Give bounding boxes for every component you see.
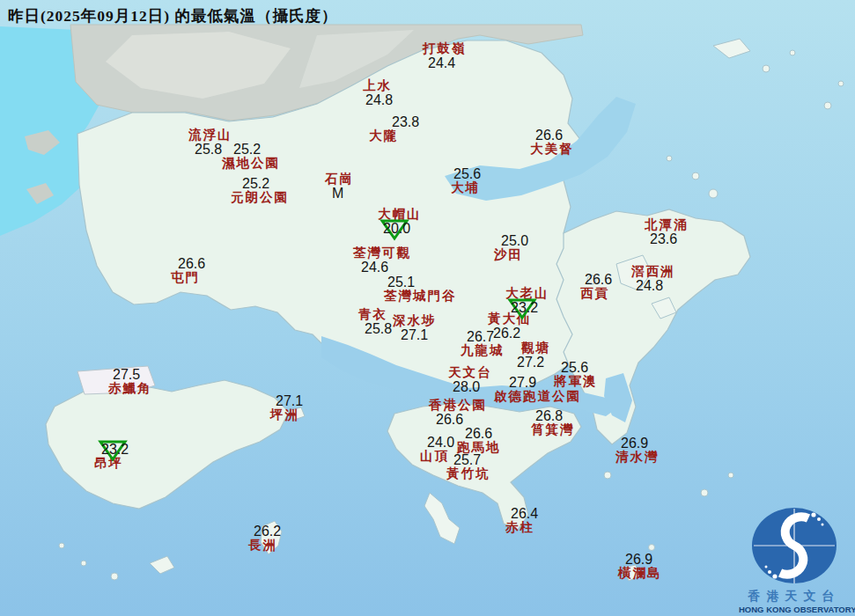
station-name: 滘西洲 xyxy=(631,265,675,279)
station-value: M xyxy=(332,187,354,201)
station-name: 上水 xyxy=(363,79,393,93)
station-name: 筲箕灣 xyxy=(531,423,575,437)
station-name: 西貢 xyxy=(580,287,612,301)
station-label: 打鼓嶺24.4 xyxy=(423,42,467,70)
station-value: 25.1 xyxy=(387,275,457,290)
weather-map: 昨日(2025年09月12日) 的最低氣溫（攝氏度） 打鼓嶺24.4上水24.8… xyxy=(0,0,855,616)
station-name: 石崗 xyxy=(325,172,354,187)
station-value: 26.9 xyxy=(621,436,660,451)
station-label: 26.6屯門 xyxy=(171,257,205,285)
station-name: 觀塘 xyxy=(521,341,550,356)
station-value: 23.2 xyxy=(511,301,549,315)
hko-logo-text-en: HONG KONG OBSERVATORY xyxy=(739,605,850,614)
station-label: 香港公園26.6 xyxy=(429,399,487,427)
station-value: 26.6 xyxy=(178,257,205,271)
station-label: 深水埗27.1 xyxy=(393,314,437,342)
station-name: 啟德跑道公園 xyxy=(494,390,581,404)
station-value: 24.4 xyxy=(428,56,467,70)
map-title: 昨日(2025年09月12日) 的最低氣溫（攝氏度） xyxy=(8,5,338,26)
station-label: 26.4赤柱 xyxy=(505,507,538,535)
station-label: 26.2長洲 xyxy=(248,524,281,553)
station-value: 25.0 xyxy=(501,234,528,248)
station-value: 27.1 xyxy=(276,394,303,408)
station-value: 26.6 xyxy=(465,427,501,441)
station-label: 23.2昂坪 xyxy=(94,443,129,471)
station-label: 北潭涌23.6 xyxy=(645,218,689,246)
station-label: 25.7黃竹坑 xyxy=(446,453,490,481)
station-value: 24.8 xyxy=(636,279,675,293)
station-value: 27.9 xyxy=(509,376,581,390)
station-label: 23.8大隴 xyxy=(369,115,419,143)
station-label: 26.8筲箕灣 xyxy=(531,409,575,437)
station-label: 石崗M xyxy=(325,172,354,201)
station-label: 青衣25.8 xyxy=(358,308,392,336)
station-name: 沙田 xyxy=(494,248,528,262)
station-value: 26.6 xyxy=(436,413,487,427)
station-name: 坪洲 xyxy=(270,408,303,422)
station-value: 25.7 xyxy=(453,453,490,467)
station-value: 25.8 xyxy=(365,322,392,336)
station-value: 27.2 xyxy=(517,356,550,370)
station-label: 26.6大美督 xyxy=(530,128,574,157)
stations-layer: 打鼓嶺24.4上水24.823.8大隴流浮山25.825.2濕地公園25.2元朗… xyxy=(0,0,855,616)
station-name: 天文台 xyxy=(448,366,492,380)
station-value: 26.9 xyxy=(625,553,662,567)
station-value: 23.8 xyxy=(392,115,419,129)
station-name: 元朗公園 xyxy=(231,191,289,205)
station-name: 大埔 xyxy=(451,181,481,195)
station-label: 25.0沙田 xyxy=(494,234,528,262)
station-value: 28.0 xyxy=(453,380,492,394)
station-value: 25.2 xyxy=(242,177,289,191)
station-name: 橫瀾島 xyxy=(618,567,662,581)
station-name: 打鼓嶺 xyxy=(423,42,467,56)
station-name: 荃灣可觀 xyxy=(353,246,411,260)
station-value: 23.2 xyxy=(101,443,129,457)
station-value: 25.6 xyxy=(561,361,598,375)
station-name: 九龍城 xyxy=(461,344,505,358)
station-value: 26.8 xyxy=(535,409,575,423)
station-name: 北潭涌 xyxy=(645,218,689,232)
station-value: 24.0 xyxy=(427,436,454,450)
station-name: 清水灣 xyxy=(615,451,660,465)
station-name: 屯門 xyxy=(171,271,205,285)
station-label: 天文台28.0 xyxy=(448,366,492,394)
station-label: 27.1坪洲 xyxy=(270,394,303,422)
station-value: 27.1 xyxy=(401,328,437,342)
station-label: 25.6大埔 xyxy=(451,167,481,195)
station-name: 長洲 xyxy=(248,539,281,553)
station-value: 26.6 xyxy=(535,128,574,143)
station-value: 25.2 xyxy=(233,143,280,157)
station-name: 大隴 xyxy=(369,129,419,143)
station-label: 觀塘27.2 xyxy=(517,341,550,370)
station-value: 26.4 xyxy=(511,507,538,521)
station-value: 24.8 xyxy=(365,93,393,107)
hko-logo-icon xyxy=(748,505,840,588)
station-name: 香港公園 xyxy=(429,399,487,413)
station-label: 26.6跑馬地 xyxy=(457,427,501,455)
station-value: 25.6 xyxy=(453,167,481,181)
station-value: 26.6 xyxy=(585,273,612,287)
station-label: 大帽山20.0 xyxy=(378,208,422,236)
hko-logo-text-zh: 香港天文台 xyxy=(739,589,850,605)
station-label: 25.2濕地公園 xyxy=(222,143,280,171)
station-label: 26.6西貢 xyxy=(580,273,612,301)
station-label: 27.5赤鱲角 xyxy=(108,368,152,396)
station-name: 荃灣城門谷 xyxy=(384,290,457,304)
station-name: 赤鱲角 xyxy=(108,382,152,396)
station-label: 26.9橫瀾島 xyxy=(618,553,662,581)
station-value: 27.5 xyxy=(113,368,152,382)
station-name: 濕地公園 xyxy=(222,157,280,171)
station-value: 26.2 xyxy=(254,524,281,539)
hko-logo: 香港天文台 HONG KONG OBSERVATORY xyxy=(739,505,850,614)
station-label: 上水24.8 xyxy=(363,79,393,107)
station-value: 24.6 xyxy=(361,260,411,275)
station-label: 大老山23.2 xyxy=(505,287,549,315)
station-label: 27.9啟德跑道公園 xyxy=(494,376,581,404)
station-name: 赤柱 xyxy=(505,521,538,535)
station-label: 荃灣可觀24.6 xyxy=(353,246,411,275)
station-label: 25.2元朗公園 xyxy=(231,177,289,205)
station-value: 23.6 xyxy=(650,232,689,246)
station-label: 26.9清水灣 xyxy=(615,436,660,465)
station-name: 大美督 xyxy=(530,143,574,157)
station-name: 青衣 xyxy=(358,308,392,322)
